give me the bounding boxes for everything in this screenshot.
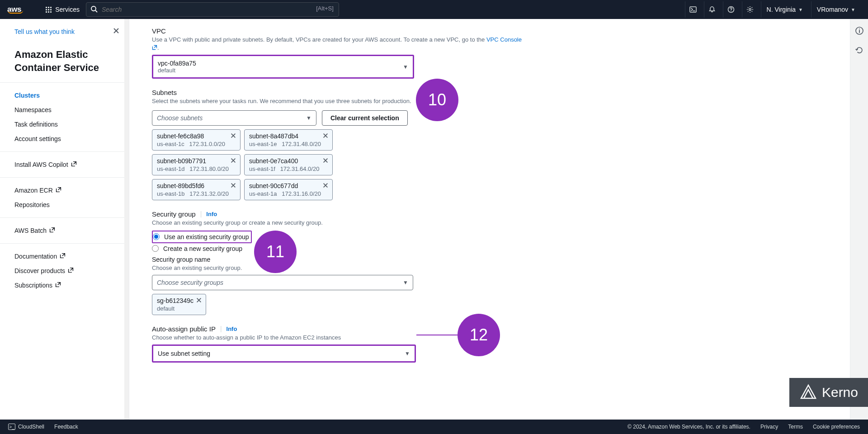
sg-existing-radio[interactable]: Use an existing security group bbox=[153, 231, 249, 242]
remove-subnet-icon[interactable] bbox=[230, 157, 236, 165]
grid-icon bbox=[46, 7, 52, 13]
subnet-token: subnet-b09b7791us-east-1d 172.31.80.0/20 bbox=[152, 154, 241, 175]
info-icon[interactable] bbox=[855, 26, 864, 37]
subnet-meta: us-east-1a 172.31.16.0/20 bbox=[249, 190, 328, 197]
search-wrap: [Alt+S] bbox=[86, 2, 339, 17]
gear-icon[interactable] bbox=[742, 1, 758, 18]
tutorial-badge-12: 12 bbox=[458, 314, 500, 356]
cloudshell-icon[interactable] bbox=[685, 1, 701, 18]
feedback-link[interactable]: Tell us what you think bbox=[14, 28, 75, 35]
chevron-down-icon: ▼ bbox=[403, 279, 408, 286]
sidebar-item[interactable]: Documentation bbox=[0, 249, 129, 264]
sg-create-radio[interactable]: Create a new security group bbox=[152, 243, 523, 254]
svg-point-0 bbox=[91, 6, 96, 11]
vpc-select[interactable]: vpc-0fa89a75 default ▼ bbox=[153, 56, 413, 77]
svg-line-1 bbox=[95, 10, 97, 12]
bell-icon[interactable] bbox=[704, 1, 720, 18]
nav-label: Namespaces bbox=[14, 106, 52, 113]
external-link-icon bbox=[49, 227, 55, 234]
nav-label: Account settings bbox=[14, 135, 61, 142]
external-link-icon bbox=[60, 253, 66, 260]
autoip-info-link[interactable]: Info bbox=[226, 326, 237, 332]
remove-subnet-icon[interactable] bbox=[322, 132, 329, 140]
nav-label: Subscriptions bbox=[14, 282, 52, 289]
nav-label: Task definitions bbox=[14, 121, 58, 128]
subnet-meta: us-east-1f 172.31.64.0/20 bbox=[249, 165, 328, 172]
sidebar-item[interactable]: Task definitions bbox=[0, 117, 129, 132]
sg-label: Security group bbox=[152, 210, 196, 218]
subnet-id: subnet-0e7ca400 bbox=[249, 157, 328, 165]
subnet-select[interactable]: Choose subnets ▼ bbox=[152, 110, 316, 126]
subnet-token: subnet-0e7ca400us-east-1f 172.31.64.0/20 bbox=[244, 154, 333, 175]
vpc-sub: default bbox=[158, 67, 196, 74]
subnet-id: subnet-89bd5fd6 bbox=[157, 182, 236, 189]
terms-link[interactable]: Terms bbox=[788, 424, 803, 430]
help-icon[interactable] bbox=[723, 1, 739, 18]
external-link-icon bbox=[55, 282, 61, 289]
remove-subnet-icon[interactable] bbox=[230, 132, 236, 140]
subnet-meta: us-east-1e 172.31.48.0/20 bbox=[249, 141, 328, 147]
sidebar-item[interactable]: Account settings bbox=[0, 132, 129, 146]
region-selector[interactable]: N. Virginia▼ bbox=[761, 1, 808, 18]
sidebar-item[interactable]: AWS Batch bbox=[0, 223, 129, 238]
cloudshell-link[interactable]: >_CloudShell bbox=[8, 424, 44, 430]
top-navigation: aws Services [Alt+S] N. Virginia▼ VRoman… bbox=[0, 0, 868, 19]
autoip-select[interactable]: Use subnet setting ▼ bbox=[153, 346, 415, 361]
search-shortcut: [Alt+S] bbox=[316, 5, 334, 12]
footer: >_CloudShell Feedback © 2024, Amazon Web… bbox=[0, 420, 868, 434]
sidebar-item[interactable]: Subscriptions bbox=[0, 278, 129, 292]
sg-info-link[interactable]: Info bbox=[206, 211, 217, 217]
sg-existing-label: Use an existing security group bbox=[164, 233, 249, 241]
sidebar-item[interactable]: Repositories bbox=[0, 198, 129, 212]
subnet-token: subnet-fe6c8a98us-east-1c 172.31.0.0/20 bbox=[152, 129, 241, 151]
sg-name-desc: Choose an existing security group. bbox=[152, 264, 523, 272]
subnet-id: subnet-90c677dd bbox=[249, 182, 328, 189]
close-icon[interactable] bbox=[113, 27, 120, 36]
sidebar-title: Amazon Elastic Container Service bbox=[0, 44, 129, 82]
sidebar-item[interactable]: Namespaces bbox=[0, 103, 129, 117]
subnet-meta: us-east-1d 172.31.80.0/20 bbox=[157, 165, 236, 172]
search-input[interactable] bbox=[86, 2, 339, 17]
subnet-meta: us-east-1c 172.31.0.0/20 bbox=[157, 141, 236, 147]
copyright-text: © 2024, Amazon Web Services, Inc. or its… bbox=[627, 424, 750, 430]
nav-label: Clusters bbox=[14, 92, 40, 99]
subnet-id: subnet-b09b7791 bbox=[157, 157, 236, 165]
sidebar-item[interactable]: Discover products bbox=[0, 264, 129, 278]
sg-desc: Choose an existing security group or cre… bbox=[152, 219, 523, 227]
subnet-id: subnet-8a487db4 bbox=[249, 132, 328, 140]
remove-subnet-icon[interactable] bbox=[322, 157, 329, 165]
chevron-down-icon: ▼ bbox=[403, 64, 408, 70]
autoip-label: Auto-assign public IP bbox=[152, 325, 216, 333]
nav-label: Amazon ECR bbox=[14, 187, 53, 194]
sidebar-item[interactable]: Install AWS Copilot bbox=[0, 157, 129, 172]
remove-subnet-icon[interactable] bbox=[322, 182, 329, 190]
user-menu[interactable]: VRomanov▼ bbox=[811, 1, 861, 18]
privacy-link[interactable]: Privacy bbox=[760, 424, 778, 430]
autoip-value: Use subnet setting bbox=[158, 350, 210, 357]
sg-select[interactable]: Choose security groups ▼ bbox=[152, 275, 413, 290]
sg-name-label: Security group name bbox=[152, 256, 523, 263]
nav-label: Discover products bbox=[14, 267, 65, 274]
svg-point-4 bbox=[749, 9, 751, 10]
subnet-placeholder: Choose subnets bbox=[157, 114, 203, 122]
tutorial-badge-11: 11 bbox=[254, 231, 297, 273]
sidebar-item[interactable]: Amazon ECR bbox=[0, 183, 129, 198]
sidebar-item[interactable]: Clusters bbox=[0, 88, 129, 103]
remove-sg-icon[interactable] bbox=[196, 297, 202, 305]
subnets-desc: Select the subnets where your tasks run.… bbox=[152, 97, 523, 105]
cookies-link[interactable]: Cookie preferences bbox=[813, 424, 860, 430]
tutorial-badge-10: 10 bbox=[416, 79, 458, 121]
chevron-down-icon: ▼ bbox=[851, 7, 855, 12]
nav-label: AWS Batch bbox=[14, 227, 47, 234]
clear-selection-button[interactable]: Clear current selection bbox=[322, 110, 408, 126]
aws-logo[interactable]: aws bbox=[7, 5, 38, 14]
services-menu[interactable]: Services bbox=[46, 6, 80, 13]
feedback-link[interactable]: Feedback bbox=[54, 424, 78, 430]
remove-subnet-icon[interactable] bbox=[230, 182, 236, 190]
external-link-icon bbox=[68, 267, 74, 274]
sg-token-sub: default bbox=[157, 305, 201, 312]
search-icon bbox=[90, 5, 98, 14]
services-label: Services bbox=[55, 6, 80, 13]
chevron-down-icon: ▼ bbox=[798, 7, 803, 12]
refresh-icon[interactable] bbox=[855, 46, 864, 56]
